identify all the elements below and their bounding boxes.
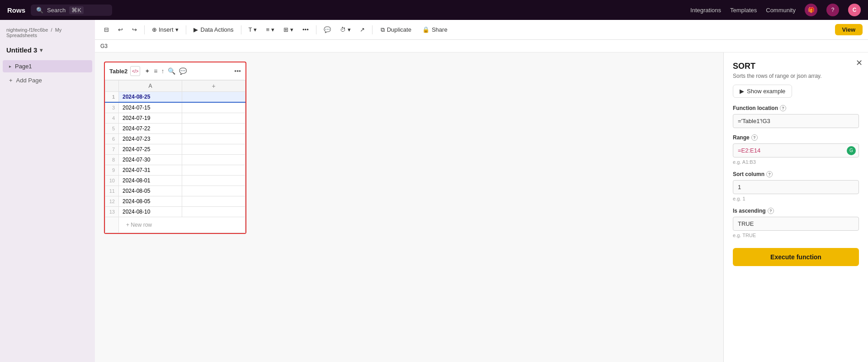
add-page-label: Add Page: [16, 77, 42, 84]
table-row[interactable]: 7 2024-07-25: [105, 144, 245, 155]
toolbar-divider-4: [316, 25, 316, 34]
grid-chevron-icon: ▾: [290, 26, 293, 33]
cell-value[interactable]: 2024-07-23: [119, 134, 182, 144]
community-link[interactable]: Community: [766, 7, 796, 14]
toolbar-divider-3: [241, 25, 241, 34]
cell-value[interactable]: 2024-07-22: [119, 124, 182, 134]
add-page-button[interactable]: + Add Page: [3, 74, 92, 86]
add-column-button[interactable]: +: [212, 82, 215, 90]
table-row[interactable]: 6 2024-07-23: [105, 134, 245, 144]
sort-column-help-icon[interactable]: ?: [766, 171, 773, 177]
range-input[interactable]: [736, 145, 844, 156]
is-ascending-help-icon[interactable]: ?: [768, 208, 774, 214]
file-title[interactable]: Untitled 3 ▾: [0, 43, 95, 57]
row-number: 5: [105, 124, 119, 134]
widget-comment-icon[interactable]: 💬: [178, 67, 188, 76]
gift-icon[interactable]: 🎁: [805, 4, 817, 16]
integrations-link[interactable]: Integrations: [690, 7, 721, 14]
cell-value[interactable]: 2024-08-05: [119, 186, 182, 196]
breadcrumb-project[interactable]: nightwing-f1fec6be: [6, 27, 48, 33]
cell-value[interactable]: 2024-08-01: [119, 176, 182, 186]
grid-button[interactable]: ⊞ ▾: [280, 24, 297, 35]
cell-ref-bar: G3: [95, 40, 868, 52]
cell-value[interactable]: 2024-07-30: [119, 155, 182, 165]
widget-sparkle-icon[interactable]: ✦: [144, 67, 151, 76]
duplicate-button[interactable]: ⧉ Duplicate: [376, 24, 416, 36]
comment-button[interactable]: 💬: [320, 24, 335, 35]
sidebar-page-item[interactable]: ▸ Page1: [3, 60, 92, 72]
sidebar-toggle-button[interactable]: ⊟: [100, 24, 113, 35]
row-number: 10: [105, 176, 119, 186]
show-example-label: Show example: [747, 88, 785, 95]
spreadsheet-table: A + 1 2024-08-25 3 2024-07-15: [105, 80, 245, 233]
cell-value[interactable]: 2024-08-05: [119, 196, 182, 207]
cell-empty: [182, 113, 245, 124]
cell-value[interactable]: 2024-07-15: [119, 102, 182, 113]
redo-icon: ↪: [132, 26, 137, 33]
cell-value[interactable]: 2024-07-31: [119, 165, 182, 176]
sidebar: nightwing-f1fec6be / My Spreadsheets Unt…: [0, 20, 95, 362]
col-a-header[interactable]: A: [119, 81, 182, 92]
cell-reference[interactable]: G3: [100, 43, 108, 49]
templates-link[interactable]: Templates: [730, 7, 757, 14]
widget-search-icon[interactable]: 🔍: [167, 67, 176, 76]
execute-function-button[interactable]: Execute function: [733, 248, 859, 266]
function-location-input[interactable]: [733, 114, 859, 128]
chart-button[interactable]: ↗: [356, 24, 368, 35]
cell-value[interactable]: 2024-07-19: [119, 113, 182, 124]
redo-button[interactable]: ↪: [128, 24, 141, 35]
cell-empty: [182, 102, 245, 113]
table-row[interactable]: 9 2024-07-31: [105, 165, 245, 176]
avatar[interactable]: C: [848, 4, 861, 16]
table-row[interactable]: 13 2024-08-10: [105, 207, 245, 217]
undo-icon: ↩: [118, 26, 123, 33]
table-widget: Table2 </> ✦ ≡ ↑ 🔍 💬 •••: [104, 62, 246, 234]
spreadsheet-area[interactable]: Table2 </> ✦ ≡ ↑ 🔍 💬 •••: [95, 52, 723, 362]
show-example-button[interactable]: ▶ Show example: [733, 85, 792, 98]
align-icon: ≡: [266, 26, 269, 33]
chart-icon: ↗: [360, 26, 365, 33]
range-help-icon[interactable]: ?: [751, 134, 758, 141]
undo-button[interactable]: ↩: [114, 24, 127, 35]
widget-code-icon[interactable]: </>: [130, 66, 140, 76]
sidebar-toggle-icon: ⊟: [104, 26, 109, 33]
history-button[interactable]: ⏱ ▾: [336, 24, 354, 35]
widget-filter-icon[interactable]: ≡: [153, 67, 158, 76]
widget-sort-icon[interactable]: ↑: [160, 67, 165, 76]
function-location-help-icon[interactable]: ?: [780, 105, 786, 111]
cell-value[interactable]: 2024-08-10: [119, 207, 182, 217]
close-button[interactable]: ✕: [856, 58, 863, 68]
help-icon[interactable]: ?: [826, 4, 839, 16]
table-row[interactable]: 11 2024-08-05: [105, 186, 245, 196]
table-row[interactable]: 8 2024-07-30: [105, 155, 245, 165]
search-bar[interactable]: 🔍 Search ⌘K: [31, 5, 112, 16]
view-button[interactable]: View: [835, 24, 863, 35]
new-row-button[interactable]: + New row: [123, 219, 241, 231]
more-button[interactable]: •••: [299, 24, 312, 35]
widget-more-icon[interactable]: •••: [234, 67, 241, 75]
insert-button[interactable]: ⊕ Insert ▾: [148, 24, 182, 35]
nav-right: Integrations Templates Community 🎁 ? C: [690, 4, 861, 16]
add-col-header[interactable]: +: [182, 81, 245, 92]
sort-column-input[interactable]: [733, 180, 859, 194]
align-button[interactable]: ≡ ▾: [262, 24, 278, 35]
panel-title: SORT: [724, 52, 868, 73]
widget-toolbar-icons: ✦ ≡ ↑ 🔍 💬: [144, 67, 188, 76]
table-row[interactable]: 1 2024-08-25: [105, 92, 245, 103]
is-ascending-section: Is ascending ? e.g. TRUE: [724, 208, 868, 244]
table-row[interactable]: 3 2024-07-15: [105, 102, 245, 113]
cell-value[interactable]: 2024-07-25: [119, 144, 182, 155]
cell-empty: [182, 144, 245, 155]
table-row[interactable]: 4 2024-07-19: [105, 113, 245, 124]
cell-empty: [182, 92, 245, 103]
share-label: Share: [432, 26, 448, 33]
table-row[interactable]: 12 2024-08-05: [105, 196, 245, 207]
text-format-button[interactable]: T ▾: [245, 24, 261, 35]
share-button[interactable]: 🔒 Share: [418, 24, 452, 35]
table-row[interactable]: 5 2024-07-22: [105, 124, 245, 134]
is-ascending-input[interactable]: [733, 217, 859, 231]
data-actions-button[interactable]: ▶ Data Actions: [190, 24, 237, 35]
cell-value[interactable]: 2024-08-25: [119, 92, 182, 103]
text-format-icon: T: [249, 26, 252, 33]
table-row[interactable]: 10 2024-08-01: [105, 176, 245, 186]
